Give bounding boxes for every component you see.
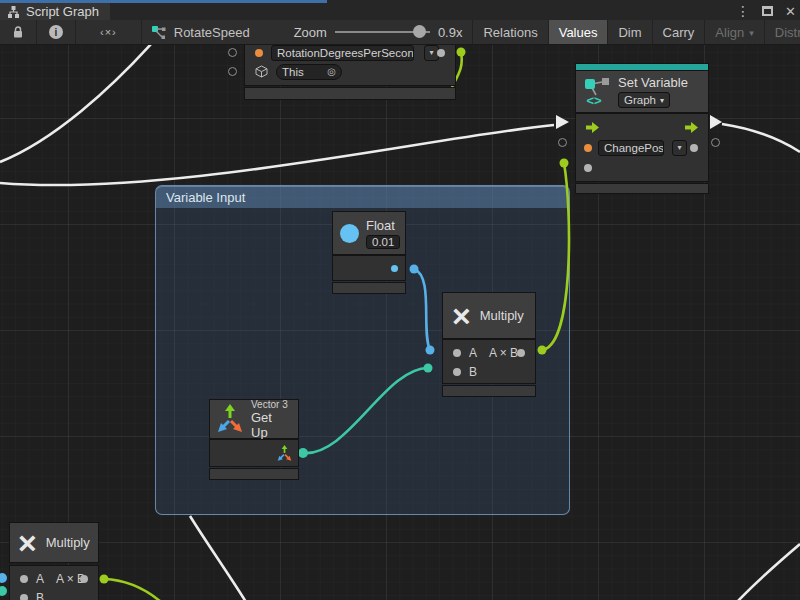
close-icon[interactable]: ✕: [785, 5, 796, 18]
value-output-port[interactable]: [690, 144, 698, 152]
node-title: Multiply: [46, 535, 90, 550]
button-label: Align: [715, 25, 744, 40]
zoom-value: 0.9x: [438, 25, 463, 40]
zoom-control: Zoom 0.9x: [264, 20, 474, 44]
target-value: This: [282, 66, 304, 78]
button-label: Distribute: [775, 25, 800, 40]
button-label: Values: [559, 25, 598, 40]
port-out[interactable]: [80, 575, 88, 583]
wire-teal-getup-to-multiply[interactable]: [303, 368, 428, 453]
variable-name-row: RotationDegreesPerSecond ▾: [245, 45, 455, 62]
flow-arrowhead-in: [556, 115, 569, 129]
cube-icon: [255, 65, 268, 78]
flow-in-port[interactable]: [586, 122, 599, 133]
caret-down-icon: ▾: [429, 48, 433, 57]
target-row: This ◎: [245, 62, 455, 81]
vector3-icon: [217, 404, 243, 434]
variable-name-value: RotationDegreesPerSecond: [277, 47, 414, 59]
node-float[interactable]: Float 0.01: [333, 212, 405, 293]
wire-white-upper-left[interactable]: [0, 45, 152, 162]
node-get-up[interactable]: Vector 3 Get Up: [210, 400, 298, 479]
port-a[interactable]: [20, 575, 28, 583]
node-title: Float: [366, 218, 400, 233]
wire-white-exit-right[interactable]: [722, 124, 800, 152]
toolbar-button-relations[interactable]: Relations: [473, 20, 548, 44]
zoom-slider[interactable]: [335, 31, 430, 33]
wire-green-multiply-to-setvariable[interactable]: [542, 163, 569, 350]
node-footer: [333, 283, 405, 293]
vector3-output-port[interactable]: [277, 445, 292, 462]
float-value-field[interactable]: 0.01: [366, 235, 400, 249]
multiply-icon: ×: [18, 527, 37, 559]
toolbar-button-carry[interactable]: Carry: [653, 20, 706, 44]
dropdown-arrow-button[interactable]: ▾: [672, 140, 687, 156]
node-footer: [443, 386, 535, 396]
maximize-icon[interactable]: [762, 6, 773, 16]
wire-white-lower-left[interactable]: [190, 516, 246, 600]
info-button[interactable]: i: [37, 20, 76, 44]
toolbar-button-values[interactable]: Values: [549, 20, 609, 44]
value-input-port[interactable]: [584, 164, 592, 172]
wire-endpoint: [457, 48, 466, 57]
variable-name-dropdown[interactable]: ChangePos: [598, 140, 664, 156]
breadcrumb-label: RotateSpeed: [174, 25, 250, 40]
node-accent-strip: [576, 64, 708, 71]
graph-canvas[interactable]: Variable Input: [0, 45, 800, 600]
code-view-button[interactable]: ‹×›: [76, 20, 142, 44]
node-get-variable[interactable]: RotationDegreesPerSecond ▾ This ◎: [245, 45, 455, 99]
node-title: Multiply: [480, 308, 524, 323]
panel-menu-icon[interactable]: ⋮: [736, 4, 750, 18]
graph-hierarchy-icon: [7, 6, 20, 18]
flow-arrowhead-out: [710, 115, 722, 129]
lock-button[interactable]: [0, 20, 37, 44]
variable-name-dropdown[interactable]: RotationDegreesPerSecond: [271, 45, 414, 61]
wire-blue-float-to-multiply[interactable]: [414, 269, 430, 350]
wire-endpoint: [410, 265, 419, 274]
float-output-port[interactable]: [391, 265, 398, 272]
node-multiply-group[interactable]: × Multiply A A × B B: [443, 293, 535, 396]
variable-name-port[interactable]: [255, 49, 263, 57]
node-multiply-bottom[interactable]: × Multiply A A × B B: [10, 523, 98, 600]
float-value: 0.01: [372, 236, 394, 248]
toolbar-button-align[interactable]: Align ▾: [705, 20, 764, 44]
info-icon: i: [49, 25, 63, 39]
node-title: Get Up: [251, 410, 291, 440]
variable-kind-value: Graph: [624, 94, 656, 106]
button-label: Dim: [618, 25, 641, 40]
node-footer: [576, 184, 708, 193]
input-row-b: B: [10, 588, 98, 600]
flow-out-port[interactable]: [685, 122, 698, 133]
port-outer-ring[interactable]: [711, 138, 720, 147]
zoom-slider-knob[interactable]: [413, 25, 426, 38]
wire-white-to-set-variable[interactable]: [0, 125, 554, 185]
svg-text:<>: <>: [586, 93, 602, 108]
port-b[interactable]: [453, 368, 461, 376]
tab-script-graph[interactable]: Script Graph: [0, 3, 110, 20]
breadcrumb[interactable]: RotateSpeed: [142, 20, 264, 44]
multiply-icon: ×: [452, 300, 471, 332]
toolbar-button-distribute[interactable]: Distribute ▾: [765, 20, 800, 44]
wire-endpoint: [560, 159, 569, 168]
float-icon: [340, 224, 359, 243]
variable-name-port[interactable]: [584, 144, 592, 152]
set-variable-icon: <>: [584, 76, 610, 108]
toolbar-button-dim[interactable]: Dim: [608, 20, 652, 44]
wire-green-multiply-bottom-out[interactable]: [104, 579, 161, 600]
port-b[interactable]: [20, 594, 28, 600]
value-output-port[interactable]: [437, 49, 445, 57]
wire-endpoint: [538, 346, 547, 355]
port-outer-ring[interactable]: [228, 48, 237, 57]
variable-kind-dropdown[interactable]: Graph ▾: [618, 92, 670, 108]
variable-name-row: ChangePos ▾: [576, 137, 708, 158]
port-outer-ring[interactable]: [558, 138, 567, 147]
port-outer-ring[interactable]: [228, 67, 237, 76]
port-b-label: B: [469, 365, 477, 379]
node-set-variable[interactable]: <> Set Variable Graph ▾: [576, 64, 708, 193]
wire-white-lower-right[interactable]: [737, 544, 800, 600]
port-out[interactable]: [517, 349, 525, 357]
tab-title: Script Graph: [26, 4, 99, 19]
button-label: Carry: [663, 25, 695, 40]
wire-endpoint: [426, 346, 435, 355]
port-a[interactable]: [453, 349, 461, 357]
target-object-field[interactable]: This ◎: [276, 64, 342, 80]
